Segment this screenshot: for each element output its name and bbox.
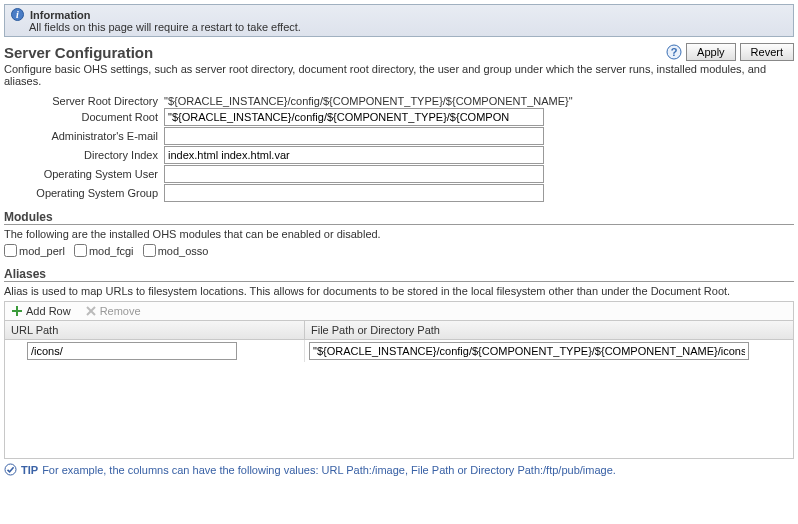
add-row-button[interactable]: Add Row [11, 305, 71, 317]
aliases-description: Alias is used to map URLs to filesystem … [4, 285, 794, 297]
document-root-input[interactable] [164, 108, 544, 126]
plus-icon [11, 305, 23, 317]
server-root-label: Server Root Directory [4, 95, 164, 107]
modules-description: The following are the installed OHS modu… [4, 228, 794, 240]
svg-point-8 [5, 464, 16, 475]
info-icon: i [11, 8, 24, 21]
remove-button: Remove [85, 305, 141, 317]
os-group-label: Operating System Group [4, 187, 164, 199]
help-icon[interactable]: ? [666, 44, 682, 60]
tip-check-icon [4, 463, 17, 476]
server-root-value: "${ORACLE_INSTANCE}/config/${COMPONENT_T… [164, 95, 573, 107]
directory-index-label: Directory Index [4, 149, 164, 161]
aliases-table: URL Path File Path or Directory Path [4, 320, 794, 459]
page-title: Server Configuration [4, 44, 153, 61]
aliases-toolbar: Add Row Remove [4, 301, 794, 320]
url-path-input[interactable] [27, 342, 237, 360]
module-checkbox-mod-osso[interactable]: mod_osso [143, 244, 209, 257]
tip-text: For example, the columns can have the fo… [42, 464, 616, 476]
table-row [5, 340, 793, 362]
module-checkbox-mod-perl[interactable]: mod_perl [4, 244, 65, 257]
aliases-section-title: Aliases [4, 267, 794, 282]
page-description: Configure basic OHS settings, such as se… [4, 63, 794, 87]
svg-rect-5 [12, 310, 22, 312]
os-user-input[interactable] [164, 165, 544, 183]
os-group-input[interactable] [164, 184, 544, 202]
info-title: Information [30, 9, 91, 21]
directory-index-input[interactable] [164, 146, 544, 164]
apply-button[interactable]: Apply [686, 43, 736, 61]
column-header-url-path: URL Path [5, 321, 305, 339]
module-checkbox-mod-fcgi[interactable]: mod_fcgi [74, 244, 134, 257]
modules-section-title: Modules [4, 210, 794, 225]
tip-line: TIP For example, the columns can have th… [4, 463, 794, 476]
column-header-file-path: File Path or Directory Path [305, 321, 793, 339]
document-root-label: Document Root [4, 111, 164, 123]
information-banner: i Information All fields on this page wi… [4, 4, 794, 37]
info-text: All fields on this page will require a r… [29, 21, 787, 33]
os-user-label: Operating System User [4, 168, 164, 180]
remove-icon [85, 305, 97, 317]
svg-text:i: i [16, 9, 19, 20]
file-path-input[interactable] [309, 342, 749, 360]
revert-button[interactable]: Revert [740, 43, 794, 61]
svg-text:?: ? [671, 46, 678, 58]
admin-email-label: Administrator's E-mail [4, 130, 164, 142]
tip-label: TIP [21, 464, 38, 476]
admin-email-input[interactable] [164, 127, 544, 145]
